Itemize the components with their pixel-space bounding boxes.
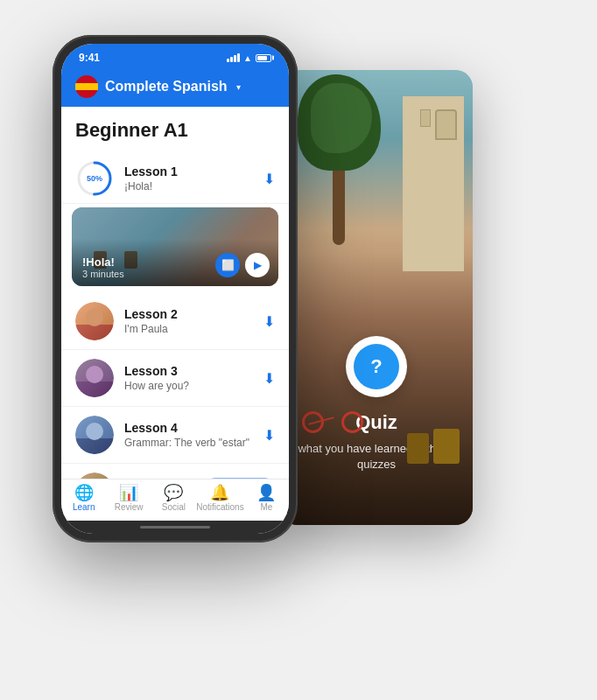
progress-label: 50% [87, 174, 102, 183]
card-controls: ⬜ ▶ [215, 253, 270, 277]
lesson-1-subtitle: ¡Hola! [124, 180, 263, 192]
nav-me-label: Me [260, 502, 272, 512]
signal-icon [227, 53, 240, 62]
nav-notifications[interactable]: 🔔 Notifications [196, 485, 243, 512]
phone-wrapper: 9:41 ▲ [53, 35, 298, 542]
lesson-4-download-icon[interactable]: ⬇ [263, 427, 275, 444]
lesson-2-info: Lesson 2 I'm Paula [124, 307, 263, 335]
bottom-nav: 🌐 Learn 📊 Review 💬 Social 🔔 Notification… [61, 479, 289, 521]
lesson-2-subtitle: I'm Paula [124, 323, 263, 335]
phone-frame: 9:41 ▲ [53, 35, 298, 542]
lesson-2-item[interactable]: Lesson 2 I'm Paula ⬇ [61, 293, 289, 350]
lesson-4-title: Lesson 4 [124, 421, 263, 435]
nav-review[interactable]: 📊 Review [106, 485, 151, 512]
lesson-3-thumb [75, 359, 114, 397]
nav-notifications-label: Notifications [196, 502, 243, 512]
card-duration: 3 minutes [82, 269, 124, 279]
card-control-btn-2[interactable]: ▶ [245, 253, 270, 277]
wifi-icon: ▲ [243, 53, 252, 63]
lesson-4-info: Lesson 4 Grammar: The verb "estar" [124, 421, 263, 449]
lesson-1-info: Lesson 1 ¡Hola! [124, 164, 263, 192]
nav-learn-label: Learn [73, 502, 95, 512]
lesson-2-download-icon[interactable]: ⬇ [263, 313, 275, 330]
lesson-1-download-icon[interactable]: ⬇ [263, 171, 275, 187]
home-bar [140, 526, 210, 528]
status-time: 9:41 [79, 52, 100, 64]
nav-social-label: Social [162, 502, 186, 512]
nav-social[interactable]: 💬 Social [151, 485, 196, 512]
card-control-btn-1[interactable]: ⬜ [215, 253, 240, 277]
lesson-1-item[interactable]: 50% Lesson 1 ¡Hola! ⬇ [61, 150, 289, 204]
nav-me[interactable]: 👤 Me [244, 485, 289, 512]
card-text: !Hola! 3 minutes [82, 256, 124, 279]
section-title: Beginner A1 [61, 107, 289, 150]
card-title: !Hola! [82, 256, 124, 269]
phone-screen: 9:41 ▲ [61, 44, 289, 534]
lesson-1-progress: 50% [75, 159, 114, 198]
notifications-icon: 🔔 [210, 485, 229, 500]
quiz-question-icon: ? [354, 344, 399, 389]
lesson-3-subtitle: How are you? [124, 380, 263, 392]
battery-icon [256, 54, 271, 62]
me-icon: 👤 [256, 485, 276, 500]
lesson-2-thumb [75, 302, 114, 340]
app-title: Complete Spanish [105, 79, 228, 94]
next-up-button[interactable]: Next up › [201, 479, 278, 480]
nav-learn[interactable]: 🌐 Learn [61, 485, 106, 512]
learn-icon: 🌐 [74, 485, 94, 500]
lesson-5-item[interactable]: Lesson 5 "Tú" or "usted"? Next up › [61, 464, 289, 479]
review-icon: 📊 [119, 485, 138, 500]
lesson-4-thumb [75, 416, 114, 454]
lesson-2-title: Lesson 2 [124, 307, 263, 321]
lesson-3-info: Lesson 3 How are you? [124, 364, 263, 392]
nav-review-label: Review [115, 502, 144, 512]
quiz-card: ? Quiz what you have learned with fun qu… [280, 70, 473, 525]
app-header: Complete Spanish ▾ [61, 68, 289, 107]
lesson-3-item[interactable]: Lesson 3 How are you? ⬇ [61, 350, 289, 407]
lesson-4-subtitle: Grammar: The verb "estar" [124, 437, 263, 449]
quiz-card-background: ? Quiz what you have learned with fun qu… [280, 70, 473, 525]
lesson-expanded-card[interactable]: !Hola! 3 minutes ⬜ ▶ [72, 207, 278, 286]
quiz-subtitle: what you have learned with fun quizzes [298, 441, 455, 472]
lesson-1-title: Lesson 1 [124, 164, 263, 178]
lesson-3-download-icon[interactable]: ⬇ [263, 370, 275, 387]
home-indicator [61, 521, 289, 534]
main-content: Beginner A1 50% Lesson 1 ¡Hola! [61, 107, 289, 479]
social-icon: 💬 [164, 485, 183, 500]
lesson-5-thumb [75, 472, 114, 479]
status-icons: ▲ [227, 53, 271, 63]
chevron-down-icon[interactable]: ▾ [236, 82, 241, 92]
lesson-3-title: Lesson 3 [124, 364, 263, 378]
spain-flag-icon [75, 75, 98, 98]
status-bar: 9:41 ▲ [61, 44, 289, 68]
lesson-4-item[interactable]: Lesson 4 Grammar: The verb "estar" ⬇ [61, 407, 289, 464]
